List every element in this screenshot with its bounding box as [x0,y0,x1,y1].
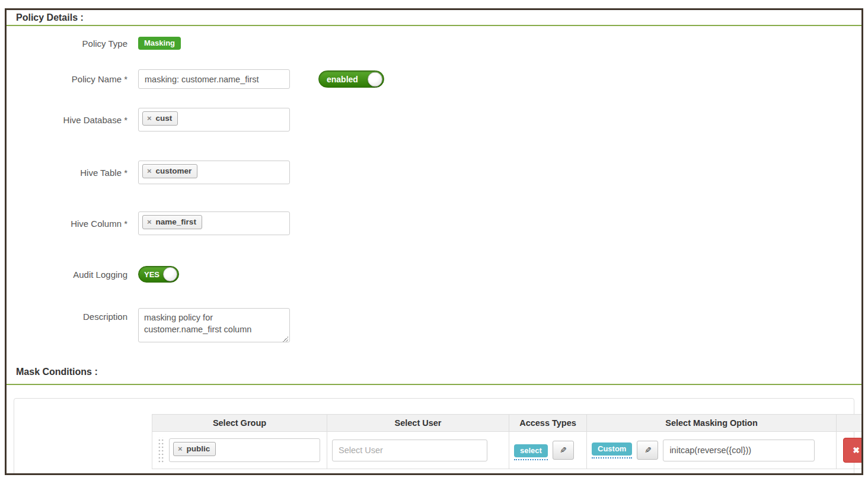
policy-enabled-toggle-label: enabled [327,75,358,84]
table-header-row: Select Group Select User Access Types Se… [152,415,864,432]
audit-logging-toggle-label: YES [144,270,159,279]
row-actions-cell: ✖ [837,432,864,469]
masking-option-cell: Custom ✎ [587,432,837,469]
hive-table-tag: × customer [142,164,197,178]
hive-table-label: Hive Table * [7,168,138,178]
delete-x-icon: ✖ [853,445,860,455]
user-select-input[interactable] [332,440,487,461]
mask-conditions-title: Mask Conditions : [7,345,861,384]
masking-expression-input[interactable] [663,440,815,461]
policy-name-label: Policy Name * [7,74,138,84]
group-select[interactable]: × public [169,438,320,462]
policy-type-label: Policy Type [7,39,138,49]
drag-handle-icon[interactable] [157,437,164,463]
hive-database-tag-label: cust [156,113,173,123]
audit-logging-label: Audit Logging [7,270,138,280]
pencil-icon: ✎ [560,445,567,455]
hive-column-tag-label: name_first [156,217,196,227]
delete-condition-button[interactable]: ✖ [843,438,863,463]
hive-table-tag-label: customer [156,166,192,176]
hive-database-row: Hive Database * × cust [7,108,861,132]
audit-logging-toggle[interactable]: YES [138,266,179,283]
section-divider [7,384,861,385]
toggle-knob [368,72,382,86]
column-header-access-types: Access Types [509,415,587,432]
edit-masking-option-button[interactable]: ✎ [637,441,658,460]
hive-column-label: Hive Column * [7,219,138,229]
mask-conditions-panel: Select Group Select User Access Types Se… [14,398,854,475]
masking-option-badge-wrap[interactable]: Custom [592,442,632,458]
hive-column-tag: × name_first [142,215,202,229]
mask-conditions-table: Select Group Select User Access Types Se… [152,414,863,469]
tag-remove-icon[interactable]: × [147,113,152,123]
policy-form-container: Policy Details : Policy Type Masking Pol… [5,8,863,475]
description-row: Description masking policy for customer.… [7,308,861,345]
policy-name-row: Policy Name * enabled [7,69,861,89]
add-condition-button[interactable]: + [152,474,174,475]
hive-database-select[interactable]: × cust [138,108,290,132]
hive-table-select[interactable]: × customer [138,161,290,184]
tag-remove-icon[interactable]: × [147,166,152,176]
tag-remove-icon[interactable]: × [147,217,152,227]
column-header-actions [837,415,864,432]
policy-name-input[interactable] [138,69,290,89]
policy-enabled-toggle[interactable]: enabled [318,70,384,88]
access-types-cell: select ✎ [509,432,587,469]
hive-database-tag: × cust [142,111,178,126]
table-row: × public select ✎ [152,432,864,469]
group-tag: × public [173,442,216,456]
audit-logging-row: Audit Logging YES [7,266,861,283]
pencil-icon: ✎ [644,445,652,455]
select-user-cell [327,432,509,469]
group-tag-label: public [187,444,210,454]
hive-column-select[interactable]: × name_first [138,211,290,235]
hive-table-row: Hive Table * × customer [7,161,861,184]
access-type-badge: select [514,444,548,457]
masking-option-badge: Custom [592,442,632,456]
column-header-select-group: Select Group [152,415,327,432]
description-textarea[interactable]: masking policy for customer.name_first c… [138,308,290,342]
description-label: Description [7,308,138,322]
select-group-cell: × public [152,432,327,469]
policy-details-form: Policy Type Masking Policy Name * enable… [7,26,861,345]
policy-details-title: Policy Details : [7,10,861,25]
edit-access-types-button[interactable]: ✎ [553,441,574,460]
access-type-badge-wrap[interactable]: select [514,444,548,460]
tag-remove-icon[interactable]: × [178,444,183,454]
hive-column-row: Hive Column * × name_first [7,211,861,235]
column-header-select-user: Select User [327,415,509,432]
hive-database-label: Hive Database * [7,115,138,125]
policy-type-row: Policy Type Masking [7,37,861,50]
toggle-knob [163,267,177,281]
column-header-masking-option: Select Masking Option [587,415,837,432]
policy-type-badge: Masking [138,37,181,50]
